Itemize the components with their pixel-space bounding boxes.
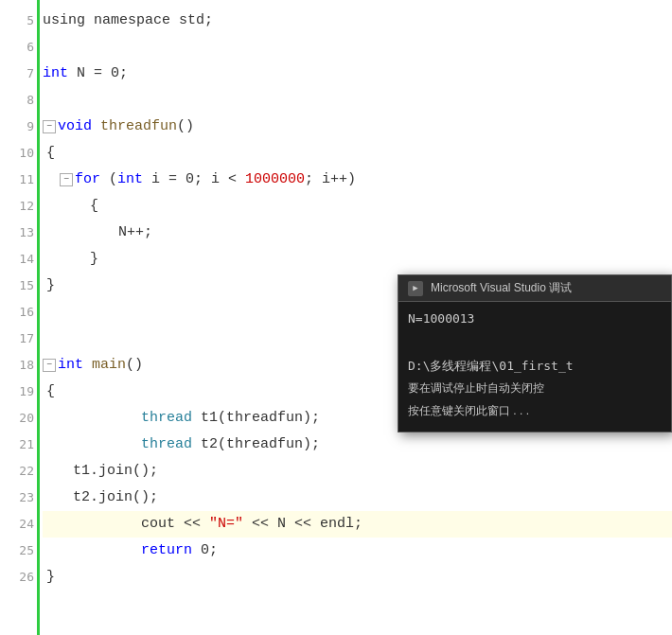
fold-button[interactable]: − (43, 120, 56, 133)
fold-button[interactable]: − (43, 359, 56, 372)
code-line: } (43, 246, 672, 273)
terminal-prompt-line: 要在调试停止时自动关闭控 (408, 379, 662, 397)
code-line: int N = 0; (43, 61, 672, 87)
terminal-body: N=1000013 D:\多线程编程\01_first_t 要在调试停止时自动关… (398, 302, 671, 432)
code-line: return 0; (43, 538, 672, 564)
code-line: using namespace std; (43, 8, 672, 34)
terminal-output-line: N=1000013 (408, 309, 662, 329)
code-line: N++; (43, 220, 672, 246)
line-numbers: 5 6 7 8 9 10 11 12 13 14 15 16 17 18 19 … (0, 0, 40, 591)
code-line: t1.join(); (43, 458, 672, 485)
code-line (43, 87, 672, 114)
code-line: −void threadfun() (43, 114, 672, 140)
terminal-prompt-line: 按任意键关闭此窗口 . . . (408, 402, 662, 420)
code-line: { (43, 193, 672, 220)
code-line: } (43, 564, 672, 591)
code-line (43, 34, 672, 61)
fold-button[interactable]: − (60, 173, 73, 186)
terminal-icon: ▶ (408, 281, 423, 296)
code-line: { (43, 140, 672, 167)
terminal-popup: ▶ Microsoft Visual Studio 调试 N=1000013 D… (398, 274, 672, 432)
code-line: − for (int i = 0; i < 1000000; i++) (43, 167, 672, 193)
terminal-path-line: D:\多线程编程\01_first_t (408, 357, 662, 377)
terminal-title: Microsoft Visual Studio 调试 (431, 280, 572, 296)
terminal-titlebar: ▶ Microsoft Visual Studio 调试 (398, 275, 671, 302)
editor-area: 5 6 7 8 9 10 11 12 13 14 15 16 17 18 19 … (0, 0, 672, 635)
code-line: thread t2(threadfun); (43, 432, 672, 458)
terminal-output-line (408, 333, 662, 353)
